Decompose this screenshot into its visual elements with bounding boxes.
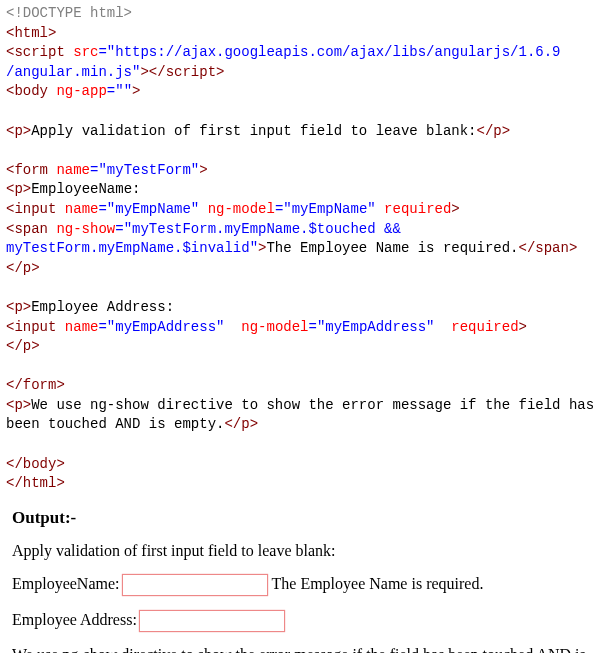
code-tag-body: body	[14, 83, 48, 99]
code-token: </	[6, 377, 23, 393]
code-token: </	[477, 123, 494, 139]
code-attr-val: ="myEmpName"	[275, 201, 376, 217]
employee-name-input[interactable]	[122, 574, 268, 596]
code-attr-val: ="myEmpAddress"	[98, 319, 224, 335]
code-token: </	[519, 240, 536, 256]
code-token: </	[6, 456, 23, 472]
code-token: >	[23, 397, 31, 413]
code-token: >	[199, 162, 207, 178]
code-block: <!DOCTYPE html> <html> <script src="http…	[0, 0, 608, 502]
code-text: We use ng-show directive to show the err…	[6, 397, 603, 433]
code-tag-p: p	[14, 123, 22, 139]
code-token: >	[31, 338, 39, 354]
code-token: >	[56, 377, 64, 393]
code-tag-input: input	[14, 319, 56, 335]
code-token: >	[132, 83, 140, 99]
code-token: >	[216, 64, 224, 80]
code-tag-form: form	[14, 162, 48, 178]
employee-name-error: The Employee Name is required.	[272, 575, 484, 592]
code-tag-script: script	[166, 64, 216, 80]
code-attr: src	[65, 44, 99, 60]
employee-address-row: Employee Address:	[12, 610, 598, 632]
code-attr-val: =""	[107, 83, 132, 99]
output-section: Output:- Apply validation of first input…	[0, 508, 608, 653]
code-tag-html: html	[23, 475, 57, 491]
code-attr: required	[435, 319, 519, 335]
code-token: </	[6, 475, 23, 491]
code-attr: required	[376, 201, 452, 217]
code-token: </	[6, 260, 23, 276]
code-attr-val: ="https://ajax.googleapis.com/ajax/libs/…	[98, 44, 560, 60]
code-token: >	[250, 416, 258, 432]
output-heading: Output:-	[12, 508, 598, 528]
code-attr: ng-show	[48, 221, 115, 237]
output-paragraph-footer: We use ng-show directive to show the err…	[12, 646, 598, 653]
code-attr-val: ="myTestForm.myEmpName.$touched &&	[115, 221, 409, 237]
employee-address-input[interactable]	[139, 610, 285, 632]
code-tag-script: script	[14, 44, 64, 60]
code-token: >	[56, 475, 64, 491]
code-token: >	[31, 260, 39, 276]
code-attr-val: ="myTestForm"	[90, 162, 199, 178]
code-token: </	[6, 338, 23, 354]
code-tag-span: span	[14, 221, 48, 237]
code-tag-form: form	[23, 377, 57, 393]
code-tag-p: p	[14, 299, 22, 315]
code-attr-val: myTestForm.myEmpName.$invalid"	[6, 240, 258, 256]
code-text: Employee Address:	[31, 299, 174, 315]
code-token: >	[23, 299, 31, 315]
code-text: EmployeeName:	[31, 181, 140, 197]
code-tag-p: p	[241, 416, 249, 432]
code-tag-p: p	[493, 123, 501, 139]
code-tag-input: input	[14, 201, 56, 217]
code-attr: ng-model	[199, 201, 275, 217]
code-attr: name	[56, 201, 98, 217]
code-token: >	[569, 240, 577, 256]
code-attr: ng-model	[224, 319, 308, 335]
code-text: Apply validation of first input field to…	[31, 123, 476, 139]
code-tag-body: body	[23, 456, 57, 472]
code-attr: ng-app	[48, 83, 107, 99]
code-token: ></	[140, 64, 165, 80]
code-doctype: <!DOCTYPE html>	[6, 5, 132, 21]
code-attr: name	[56, 319, 98, 335]
code-tag-html: html	[14, 25, 48, 41]
employee-address-label: Employee Address:	[12, 611, 137, 628]
code-attr-val: /angular.min.js"	[6, 64, 140, 80]
code-token: >	[56, 456, 64, 472]
code-attr: name	[48, 162, 90, 178]
code-token: >	[23, 123, 31, 139]
code-tag-span: span	[535, 240, 569, 256]
code-token: >	[23, 181, 31, 197]
code-token: >	[48, 25, 56, 41]
employee-name-label: EmployeeName:	[12, 575, 120, 592]
code-token: </	[224, 416, 241, 432]
output-paragraph-intro: Apply validation of first input field to…	[12, 542, 598, 560]
code-text: The Employee Name is required.	[266, 240, 518, 256]
employee-name-row: EmployeeName:The Employee Name is requir…	[12, 574, 598, 596]
code-tag-p: p	[14, 181, 22, 197]
code-tag-p: p	[14, 397, 22, 413]
code-token: >	[519, 319, 527, 335]
code-token: >	[451, 201, 459, 217]
code-attr-val: ="myEmpName"	[98, 201, 199, 217]
code-token: >	[502, 123, 510, 139]
code-attr-val: ="myEmpAddress"	[308, 319, 434, 335]
code-tag-p: p	[23, 338, 31, 354]
code-tag-p: p	[23, 260, 31, 276]
